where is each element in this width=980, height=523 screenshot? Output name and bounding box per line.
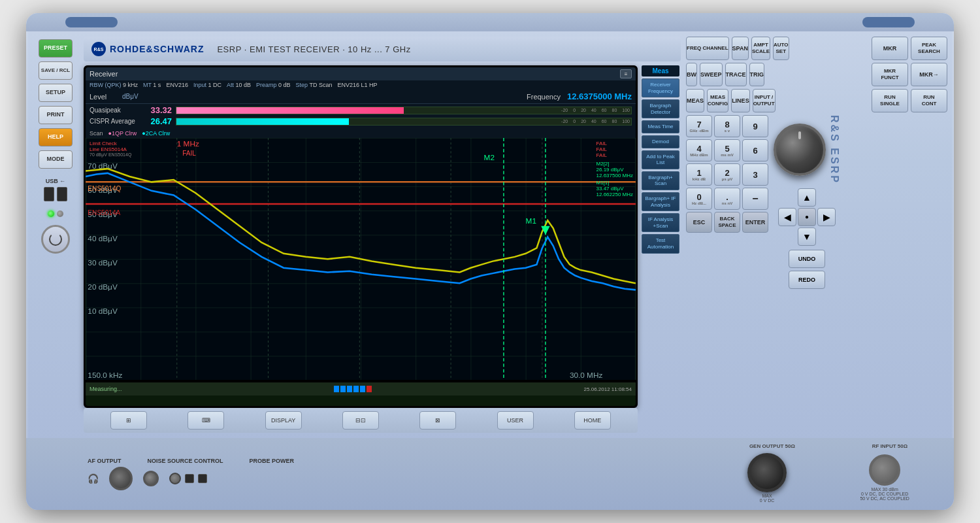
esc-button[interactable]: ESC: [686, 212, 712, 233]
meas-btn-add-peak[interactable]: Add to Peak List: [642, 150, 679, 169]
mkr-row-2: MKRFUNCT MKR→: [872, 63, 947, 86]
sweep-button[interactable]: SWEEP: [700, 63, 723, 86]
screen-title: Receiver: [90, 70, 118, 78]
key-4[interactable]: 4MHz dBm: [686, 139, 712, 161]
help-button[interactable]: HELP: [39, 128, 73, 146]
key-minus[interactable]: −: [742, 188, 768, 210]
led-green: [48, 211, 54, 217]
step-label: Step TD Scan: [296, 82, 333, 88]
meas-btn-test-auto[interactable]: Test Automation: [642, 234, 679, 253]
key-5[interactable]: 5ms mV: [714, 139, 740, 161]
input-output-button[interactable]: INPUT /OUTPUT: [753, 89, 776, 112]
numpad-knob-row: 7GHz -dBm 8s v 9 4MHz dBm 5ms mV 6: [686, 115, 947, 289]
meas-btn-bargraph-scan[interactable]: Bargraph+ Scan: [642, 171, 679, 190]
usb-port-1[interactable]: [44, 187, 54, 201]
nav-down-button[interactable]: ▼: [798, 228, 816, 246]
key-3[interactable]: 3: [742, 163, 768, 186]
fail-3: FAIL: [596, 152, 633, 158]
power-button[interactable]: [41, 225, 70, 254]
knob-area: R&S ESRP: [774, 115, 840, 184]
usb-section: USB ←: [39, 178, 73, 201]
key-2[interactable]: 2μs μV: [714, 163, 740, 186]
noise-source-label: NOISE SOURCE CONTROL: [148, 458, 223, 464]
print-button[interactable]: PRINT: [39, 106, 73, 124]
key-1[interactable]: 1kHz dB: [686, 163, 712, 186]
run-cont-button[interactable]: RUNCONT: [911, 89, 947, 112]
rf-input-label: RF INPUT 50Ω: [872, 443, 907, 449]
scan-2ca: ●2CA Clrw: [142, 130, 170, 137]
key-0[interactable]: 0Hz dB...: [686, 188, 712, 210]
rf-input-conn: MAX 30 dBm0 V DC, DC COUPLED50 V DC, AC …: [860, 454, 909, 501]
nav-center-button[interactable]: ●: [798, 208, 816, 226]
freq-channel-button[interactable]: FREQ CHANNEL: [686, 37, 729, 60]
mkr-funct-button[interactable]: MKRFUNCT: [872, 63, 908, 86]
key-dot[interactable]: .ns nV: [714, 188, 740, 210]
fail-1: FAIL: [596, 141, 633, 146]
rf-input-sub: MAX 30 dBm0 V DC, DC COUPLED50 V DC, AC …: [860, 487, 909, 501]
mode-button[interactable]: MODE: [39, 150, 73, 169]
env2-label: ENV216 L1 HP: [337, 82, 377, 88]
user-button[interactable]: USER: [497, 411, 534, 430]
display-button[interactable]: DISPLAY: [265, 411, 302, 430]
screen-menu-button[interactable]: ≡: [620, 69, 632, 78]
model-info: ESRP · EMI TEST RECEIVER · 10 Hz ... 7 G…: [217, 44, 410, 54]
conn-labels: AF OUTPUT NOISE SOURCE CONTROL PROBE POW…: [88, 458, 703, 464]
rotary-knob[interactable]: [774, 124, 826, 176]
func-row-2: BW SWEEP TRACE TRIG: [686, 63, 869, 86]
span-button[interactable]: SPAN: [732, 37, 749, 60]
keyboard-button[interactable]: ⌨: [188, 411, 224, 430]
run-single-button[interactable]: RUNSINGLE: [872, 89, 908, 112]
progress-block-2: [340, 386, 346, 392]
split-button[interactable]: ⊟⊡: [342, 411, 379, 430]
power-icon: [49, 233, 62, 246]
rs-esrp-text: R&S ESRP: [828, 115, 840, 184]
mkr-button[interactable]: MKR: [872, 37, 908, 60]
undo-button[interactable]: UNDO: [789, 250, 825, 268]
windows-button[interactable]: ⊞: [110, 411, 147, 430]
home-button[interactable]: HOME: [574, 411, 611, 430]
line-ens-label: Line ENS5014A: [90, 146, 131, 152]
key-8[interactable]: 8s v: [714, 115, 740, 137]
connectors-row: AF OUTPUT NOISE SOURCE CONTROL PROBE POW…: [26, 438, 954, 510]
nav-left-button[interactable]: ◀: [778, 208, 796, 226]
nav-up-button[interactable]: ▲: [798, 188, 816, 207]
key-9[interactable]: 9: [742, 115, 768, 137]
svg-text:M2: M2: [484, 153, 495, 161]
ampt-scale-button[interactable]: AMPTSCALE: [751, 37, 770, 60]
bar-scale-cispr: -20020406080100: [561, 118, 631, 125]
meas-btn-receiver-freq[interactable]: Receiver Frequency: [642, 78, 679, 97]
m1-val: 33.47 dBμV: [596, 186, 633, 192]
nav-right-button[interactable]: ▶: [817, 208, 836, 226]
lines-button[interactable]: LINES: [731, 89, 750, 112]
backspace-button[interactable]: BACKSPACE: [714, 212, 740, 233]
usb-port-2[interactable]: [57, 187, 67, 201]
key-6[interactable]: 6: [742, 139, 768, 161]
meas-btn-meas-time[interactable]: Meas Time: [642, 120, 679, 133]
meas-btn-if-scan[interactable]: IF Analysis +Scan: [642, 213, 679, 232]
enter-button[interactable]: ENTER: [742, 212, 768, 233]
led-gray: [57, 211, 63, 217]
save-rcl-button[interactable]: SAVE / RCL: [39, 61, 73, 80]
meas-btn-bargraph-detector[interactable]: Bargraph Detector: [642, 99, 679, 118]
key-7[interactable]: 7GHz -dBm: [686, 115, 712, 137]
mkr-arrow-button[interactable]: MKR→: [911, 63, 947, 86]
setup-button[interactable]: SETUP: [39, 84, 73, 102]
cispr-label: CISPR Average: [90, 118, 142, 125]
auto-set-button[interactable]: AUTOSET: [773, 37, 789, 60]
peak-search-button[interactable]: PEAKSEARCH: [911, 37, 947, 60]
noise-knob-dial[interactable]: [109, 467, 133, 490]
preset-button[interactable]: PRESET: [39, 39, 73, 58]
bw-button[interactable]: BW: [686, 63, 697, 86]
trace-button[interactable]: TRACE: [725, 63, 747, 86]
trig-button[interactable]: TRIG: [749, 63, 765, 86]
noise-knob: [109, 467, 133, 490]
quasipeak-value: 33.32: [146, 105, 172, 115]
window-button[interactable]: ⊠: [419, 411, 456, 430]
meas-button[interactable]: MEAS: [686, 89, 704, 112]
meas-btn-demod[interactable]: Demod: [642, 135, 679, 148]
meas-config-button[interactable]: MEASCONFIG: [707, 89, 728, 112]
undo-redo-section: UNDO REDO: [789, 250, 825, 289]
status-date: 25.06.2012 11:08:54: [584, 386, 632, 392]
redo-button[interactable]: REDO: [789, 271, 825, 289]
meas-btn-bargraph-if[interactable]: Bargraph+ IF Analysis: [642, 192, 679, 211]
